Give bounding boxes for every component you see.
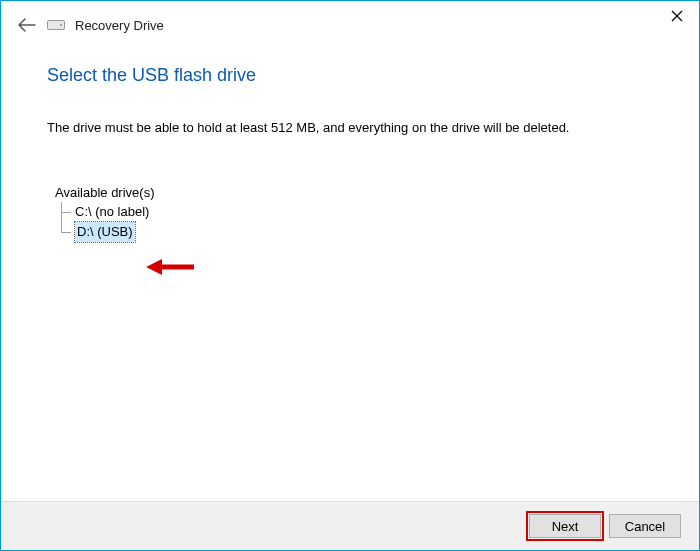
app-title: Recovery Drive bbox=[75, 18, 164, 33]
drive-item-c[interactable]: C:\ (no label) bbox=[59, 202, 653, 222]
footer-bar: Next Cancel bbox=[1, 501, 699, 550]
close-button[interactable] bbox=[654, 1, 699, 31]
drive-item-label: D:\ (USB) bbox=[75, 222, 135, 242]
back-button[interactable] bbox=[17, 15, 37, 35]
drives-block: Available drive(s) C:\ (no label) D:\ (U… bbox=[55, 185, 653, 242]
drive-icon bbox=[47, 19, 65, 31]
next-button[interactable]: Next bbox=[529, 514, 601, 538]
back-arrow-icon bbox=[18, 18, 36, 32]
drives-label: Available drive(s) bbox=[55, 185, 653, 200]
svg-point-3 bbox=[60, 24, 62, 26]
header-bar: Recovery Drive bbox=[1, 1, 699, 39]
drive-item-d[interactable]: D:\ (USB) bbox=[59, 222, 653, 242]
drive-item-label: C:\ (no label) bbox=[75, 202, 149, 222]
recovery-drive-window: Recovery Drive Select the USB flash driv… bbox=[0, 0, 700, 551]
close-icon bbox=[671, 10, 683, 22]
content-area: Select the USB flash drive The drive mus… bbox=[1, 39, 699, 501]
drive-tree: C:\ (no label) D:\ (USB) bbox=[59, 202, 653, 242]
page-title: Select the USB flash drive bbox=[47, 65, 653, 86]
cancel-button[interactable]: Cancel bbox=[609, 514, 681, 538]
instruction-text: The drive must be able to hold at least … bbox=[47, 120, 653, 135]
